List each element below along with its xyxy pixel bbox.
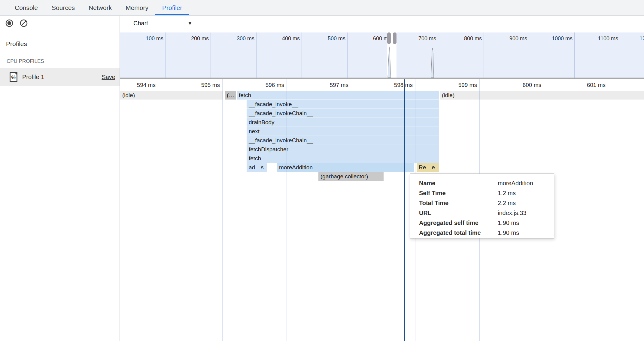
flame-bar-next[interactable]: next xyxy=(247,127,439,136)
flame-bar-idle[interactable]: (idle) xyxy=(120,91,223,100)
gridline xyxy=(222,79,223,341)
activity-spike xyxy=(387,47,392,78)
overview-tick-line xyxy=(484,32,484,78)
sidebar: Profiles CPU PROFILES % Profile 1 Save xyxy=(0,16,120,341)
selection-handle-right[interactable] xyxy=(393,32,396,44)
flame-bar-facade-invokechain[interactable]: __facade_invokeChain__ xyxy=(247,136,439,145)
tooltip-row: URL index.js:33 xyxy=(419,208,554,218)
tooltip-row: Total Time 2.2 ms xyxy=(419,198,554,208)
profile-name: Profile 1 xyxy=(22,74,102,81)
cpu-profiles-section-heading: CPU PROFILES xyxy=(7,58,120,64)
overview-tick-label: 600 ms xyxy=(361,35,391,42)
clear-icon[interactable] xyxy=(20,19,28,27)
flame-bar-fetch[interactable]: fetch xyxy=(247,154,439,163)
flame-tick-label: 599 ms xyxy=(447,82,477,88)
tooltip-row: Aggregated self time 1.90 ms xyxy=(419,218,554,228)
chevron-down-icon[interactable]: ▼ xyxy=(187,21,193,26)
tab-network[interactable]: Network xyxy=(82,0,119,15)
overview-tick-line xyxy=(620,32,620,78)
view-mode-select[interactable]: Chart xyxy=(133,16,148,31)
overview-tick-label: 1200 ms xyxy=(639,35,644,42)
overview-tick-label: 1100 ms xyxy=(588,35,618,42)
sidebar-item-profile-1[interactable]: % Profile 1 Save xyxy=(0,68,120,86)
flame-bar-addnumbers[interactable]: ad…s xyxy=(247,163,267,172)
overview-tick-label: 700 ms xyxy=(406,35,436,42)
flame-tick-label: 596 ms xyxy=(254,82,284,88)
overview-tick-line xyxy=(302,32,302,78)
tab-memory[interactable]: Memory xyxy=(119,0,155,15)
overview-tick-label: 400 ms xyxy=(270,35,300,42)
overview-tick-label: 800 ms xyxy=(452,35,482,42)
time-marker-line xyxy=(404,79,405,341)
overview-tick-line xyxy=(347,32,348,78)
overview-tick-label: 900 ms xyxy=(497,35,527,42)
view-toolbar: Chart ▼ xyxy=(120,16,644,31)
overview-tick-line xyxy=(211,32,211,78)
tab-console[interactable]: Console xyxy=(8,0,45,15)
profiler-main-panel: Chart ▼ 100 ms 200 ms 300 ms 400 ms 500 … xyxy=(120,16,644,341)
tooltip-row: Self Time 1.2 ms xyxy=(419,188,554,198)
flame-bar-drainbody[interactable]: drainBody xyxy=(247,118,439,127)
flame-tick-label: 597 ms xyxy=(318,82,348,88)
selection-handle-left[interactable] xyxy=(387,32,391,44)
flame-bar-facade-invoke[interactable]: __facade_invoke__ xyxy=(247,100,439,109)
profiles-heading: Profiles xyxy=(6,40,120,48)
flame-tick-label: 595 ms xyxy=(190,82,220,88)
overview-baseline xyxy=(120,78,644,79)
overview-tick-label: 500 ms xyxy=(315,35,345,42)
gridline xyxy=(287,79,287,341)
gridline xyxy=(351,79,351,341)
flame-tick-label: 598 ms xyxy=(383,82,413,88)
tooltip-row: Aggregated total time 1.90 ms xyxy=(419,228,554,238)
tab-sources[interactable]: Sources xyxy=(45,0,82,15)
overview-tick-line xyxy=(165,32,166,78)
overview-tick-label: 100 ms xyxy=(133,35,163,42)
devtools-window: Console Sources Network Memory Profiler … xyxy=(0,0,644,341)
flame-bar-fetchdispatcher[interactable]: fetchDispatcher xyxy=(247,145,439,154)
gridline xyxy=(608,79,608,341)
overview-tick-label: 200 ms xyxy=(179,35,209,42)
overview-tick-line xyxy=(529,32,529,78)
flame-tick-label: 594 ms xyxy=(126,82,156,88)
profile-document-icon: % xyxy=(10,72,17,82)
overview-tick-label: 300 ms xyxy=(224,35,254,42)
frame-details-tooltip: Name moreAddition Self Time 1.2 ms Total… xyxy=(410,174,554,238)
flame-bar-fetch[interactable]: fetch xyxy=(237,91,439,100)
flame-bar-truncated[interactable]: (… xyxy=(225,91,236,100)
tab-profiler[interactable]: Profiler xyxy=(155,0,189,15)
flame-tick-label: 601 ms xyxy=(576,82,606,88)
profiler-toolbar xyxy=(0,16,120,31)
overview-tick-line xyxy=(256,32,257,78)
flame-bar-highlighted[interactable]: Re…e xyxy=(417,163,439,172)
flame-bar-facade-invokechain[interactable]: __facade_invokeChain__ xyxy=(247,109,439,118)
tab-bar: Console Sources Network Memory Profiler xyxy=(0,0,644,16)
save-profile-link[interactable]: Save xyxy=(102,74,115,81)
activity-spike xyxy=(431,48,435,78)
overview-tick-label: 1000 ms xyxy=(542,35,573,42)
tooltip-row: Name moreAddition xyxy=(419,178,554,188)
flame-bar-moreaddition[interactable]: moreAddition xyxy=(277,163,414,172)
overview-tick-line xyxy=(438,32,438,78)
flame-bar-idle[interactable]: (idle) xyxy=(440,91,644,100)
flame-tick-label: 600 ms xyxy=(511,82,541,88)
record-icon[interactable] xyxy=(5,19,14,27)
overview-tick-line xyxy=(574,32,575,78)
gridline xyxy=(158,79,158,341)
